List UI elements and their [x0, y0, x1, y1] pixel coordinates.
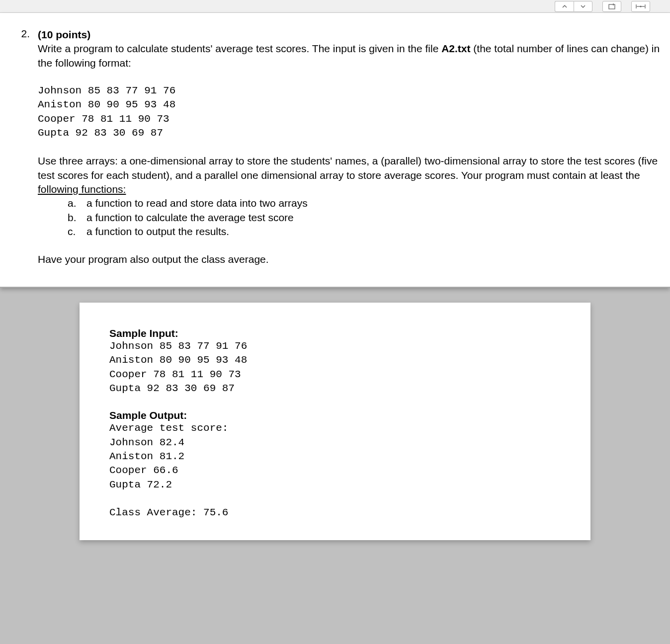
intro-text-1: Write a program to calculate students' a… — [38, 43, 441, 54]
sample-data-block: Johnson 85 83 77 91 76 Aniston 80 90 95 … — [38, 84, 661, 140]
question-block: 2. (10 points) Write a program to calcul… — [15, 28, 661, 267]
sample-input-title: Sample Input: — [109, 327, 561, 339]
chevron-up-icon — [562, 3, 568, 9]
nav-down-button[interactable] — [574, 1, 592, 12]
list-item: b. a function to calculate the average t… — [68, 211, 661, 225]
closing-paragraph: Have your program also output the class … — [38, 252, 661, 266]
sub-text-c: a function to output the results. — [86, 225, 229, 239]
sample-output-data: Average test score: Johnson 82.4 Aniston… — [109, 421, 561, 520]
body-paragraph: Use three arrays: a one-dimensional arra… — [38, 154, 661, 196]
svg-rect-0 — [609, 4, 615, 9]
window-button[interactable] — [602, 1, 621, 12]
sub-label-a: a. — [68, 196, 79, 210]
question-number: 2. — [15, 28, 30, 267]
fit-width-icon — [636, 4, 646, 9]
page-gap: Sample Input: Johnson 85 83 77 91 76 Ani… — [0, 288, 670, 555]
sub-label-c: c. — [68, 225, 79, 239]
sub-text-b: a function to calculate the average test… — [86, 211, 294, 225]
list-item: c. a function to output the results. — [68, 225, 661, 239]
nav-group — [555, 1, 592, 12]
page-1: 2. (10 points) Write a program to calcul… — [0, 13, 670, 288]
filename: A2.txt — [441, 43, 470, 54]
body-text-1: Use three arrays: a one-dimensional arra… — [38, 155, 658, 180]
intro-paragraph: Write a program to calculate students' a… — [38, 42, 661, 70]
body-underline: following functions: — [38, 183, 126, 195]
toolbar — [0, 0, 670, 13]
points-label: (10 points) — [38, 29, 90, 40]
list-item: a. a function to read and store data int… — [68, 196, 661, 210]
window-icon — [608, 3, 615, 9]
page-2: Sample Input: Johnson 85 83 77 91 76 Ani… — [80, 303, 590, 540]
question-content: (10 points) Write a program to calculate… — [38, 28, 661, 267]
svg-point-5 — [640, 5, 642, 7]
nav-up-button[interactable] — [555, 1, 574, 12]
sample-input-data: Johnson 85 83 77 91 76 Aniston 80 90 95 … — [109, 339, 561, 396]
chevron-down-icon — [580, 3, 586, 9]
sub-label-b: b. — [68, 211, 79, 225]
points-line: (10 points) — [38, 28, 661, 42]
sample-output-title: Sample Output: — [109, 409, 561, 421]
sub-text-a: a function to read and store data into t… — [86, 196, 308, 210]
function-list: a. a function to read and store data int… — [68, 196, 661, 239]
fit-button[interactable] — [631, 1, 650, 12]
